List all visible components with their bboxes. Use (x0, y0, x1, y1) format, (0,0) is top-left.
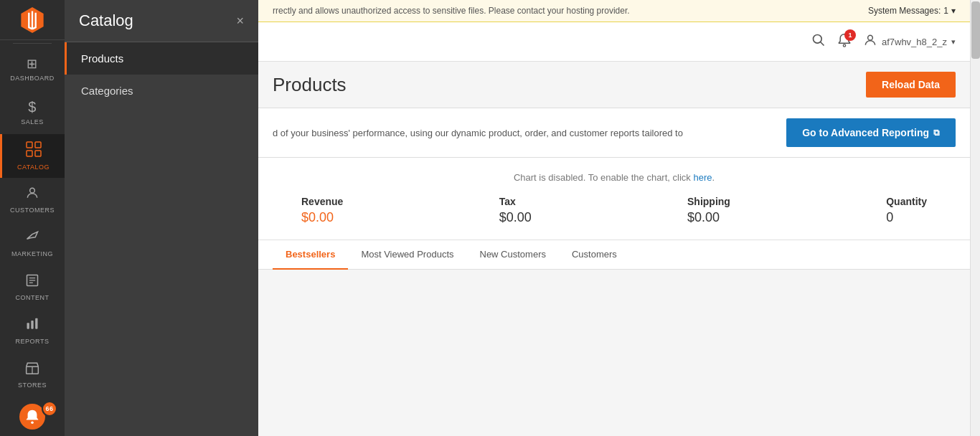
magento-logo-icon (19, 7, 45, 33)
scrollbar-thumb[interactable] (971, 1, 980, 59)
catalog-panel-title: Catalog (79, 11, 133, 30)
header-bar: 1 af7whv_h8_2_z ▾ (258, 22, 970, 62)
advanced-reporting-button[interactable]: Go to Advanced Reporting ⧉ (786, 118, 956, 147)
nav-rail: ⊞ DASHBOARD $ SALES CATALOG CUSTOMERS (0, 0, 65, 436)
sidebar-item-label-catalog: CATALOG (17, 164, 50, 171)
stats-row: Revenue $0.00 Tax $0.00 Shipping $0.00 Q… (273, 196, 956, 225)
sidebar-item-label-stores: STORES (18, 382, 47, 389)
svg-point-18 (868, 35, 873, 40)
quantity-value: 0 (886, 210, 927, 225)
warning-text: rrectly and allows unauthorized access t… (273, 6, 868, 16)
notification-badge: 1 (844, 29, 856, 41)
stat-item-revenue: Revenue $0.00 (301, 196, 343, 225)
main-content: rrectly and allows unauthorized access t… (258, 0, 970, 436)
sidebar-item-reports[interactable]: REPORTS (0, 309, 65, 353)
svg-rect-10 (31, 321, 33, 329)
shipping-value: $0.00 (687, 210, 730, 225)
user-avatar-icon (863, 33, 877, 51)
catalog-menu-item-products[interactable]: Products (65, 42, 258, 75)
search-icon[interactable] (811, 33, 826, 51)
tabs-row: Bestsellers Most Viewed Products New Cus… (258, 240, 970, 270)
nav-divider-1 (13, 43, 52, 44)
tab-bestsellers[interactable]: Bestsellers (273, 240, 348, 270)
user-menu-chevron-icon: ▾ (951, 37, 956, 47)
sidebar-item-label-marketing: MARKETING (11, 250, 53, 257)
tab-customers[interactable]: Customers (559, 240, 630, 270)
stat-item-shipping: Shipping $0.00 (687, 196, 730, 225)
revenue-value: $0.00 (301, 210, 343, 225)
sidebar-item-sales[interactable]: $ SALES (0, 90, 65, 134)
catalog-menu-item-categories[interactable]: Categories (65, 75, 258, 107)
nav-bottom: 66 (0, 397, 65, 436)
reports-icon (25, 317, 39, 335)
tab-new-customers[interactable]: New Customers (467, 240, 559, 270)
sidebar-item-catalog[interactable]: CATALOG (0, 134, 65, 178)
warning-banner: rrectly and allows unauthorized access t… (258, 0, 970, 22)
notification-bell[interactable]: 1 (837, 33, 852, 51)
sidebar-item-label-sales: SALES (21, 118, 44, 125)
sidebar-item-marketing[interactable]: MARKETING (0, 222, 65, 265)
user-name: af7whv_h8_2_z (882, 37, 947, 47)
stat-item-tax: Tax $0.00 (499, 196, 532, 225)
svg-line-16 (820, 42, 824, 45)
chart-disabled-suffix: . (712, 172, 715, 183)
tabs-section: Bestsellers Most Viewed Products New Cus… (258, 240, 970, 270)
catalog-panel-header: Catalog × (65, 0, 258, 42)
svg-rect-11 (35, 318, 37, 329)
external-link-icon: ⧉ (933, 128, 940, 138)
page-header: Products Reload Data (258, 62, 970, 108)
svg-rect-0 (27, 142, 32, 148)
customers-icon (25, 186, 39, 204)
svg-rect-3 (35, 151, 41, 156)
tab-most-viewed-products[interactable]: Most Viewed Products (348, 240, 466, 270)
scrollbar[interactable] (970, 0, 980, 436)
advanced-reporting-label: Go to Advanced Reporting (802, 127, 929, 138)
tax-value: $0.00 (499, 210, 532, 225)
catalog-flyout-panel: Catalog × Products Categories (65, 0, 258, 436)
stat-item-quantity: Quantity 0 (886, 196, 927, 225)
stores-icon (25, 361, 39, 379)
system-messages-count: 1 (943, 6, 948, 16)
quantity-label: Quantity (886, 196, 927, 207)
chevron-down-icon: ▾ (951, 6, 956, 16)
sidebar-item-customers[interactable]: CUSTOMERS (0, 178, 65, 222)
advanced-reporting-text: d of your business' performance, using o… (273, 128, 683, 138)
sidebar-item-label-content: CONTENT (16, 294, 50, 301)
sidebar-item-label-customers: CUSTOMERS (10, 207, 55, 214)
stats-section: Chart is disabled. To enable the chart, … (258, 158, 970, 240)
content-icon (25, 273, 39, 291)
tax-label: Tax (499, 196, 532, 207)
shipping-label: Shipping (687, 196, 730, 207)
nav-logo[interactable] (0, 0, 65, 40)
sidebar-item-label-reports: REPORTS (16, 338, 50, 345)
user-menu[interactable]: af7whv_h8_2_z ▾ (863, 33, 956, 51)
revenue-label: Revenue (301, 196, 343, 207)
nav-badge: 66 (42, 401, 57, 417)
page-title: Products (273, 74, 347, 96)
reload-data-button[interactable]: Reload Data (866, 72, 956, 98)
sidebar-item-stores[interactable]: STORES (0, 353, 65, 397)
advanced-reporting-bar: d of your business' performance, using o… (258, 108, 970, 158)
sidebar-item-content[interactable]: CONTENT (0, 265, 65, 309)
svg-point-15 (813, 34, 821, 43)
system-messages-label: System Messages: (868, 6, 941, 16)
sidebar-item-dashboard[interactable]: ⊞ DASHBOARD (0, 47, 65, 90)
svg-point-17 (843, 44, 845, 46)
catalog-icon (26, 141, 42, 161)
dollar-icon: $ (28, 99, 37, 115)
dashboard-icon: ⊞ (27, 56, 38, 72)
system-messages[interactable]: System Messages: 1 ▾ (868, 6, 956, 16)
chart-enable-link[interactable]: here (693, 172, 712, 183)
svg-rect-2 (27, 151, 32, 156)
sidebar-item-label-dashboard: DASHBOARD (10, 75, 55, 82)
marketing-icon (25, 229, 39, 247)
chart-disabled-message: Chart is disabled. To enable the chart, … (273, 172, 956, 183)
svg-rect-1 (35, 142, 41, 148)
svg-rect-9 (27, 323, 29, 328)
chart-disabled-prefix: Chart is disabled. To enable the chart, … (514, 172, 694, 183)
svg-point-14 (31, 421, 34, 424)
catalog-close-button[interactable]: × (236, 14, 244, 27)
sidebar-item-notification[interactable]: 66 (0, 397, 65, 436)
svg-point-4 (30, 189, 35, 194)
